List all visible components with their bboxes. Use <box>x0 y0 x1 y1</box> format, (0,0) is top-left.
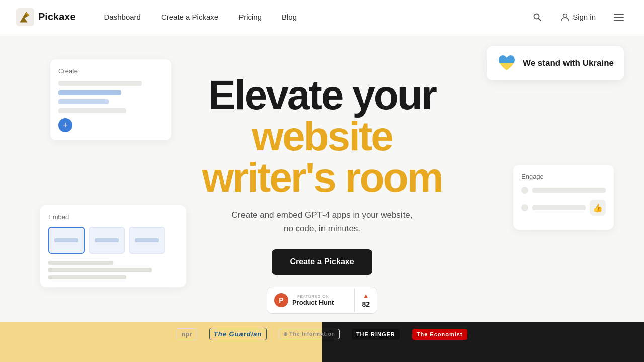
press-logo-ringer: THE RINGER <box>352 329 400 340</box>
embed-lines <box>48 261 178 279</box>
engage-card-label: Engage <box>521 173 606 180</box>
engage-row-1 <box>521 187 606 194</box>
hamburger-icon <box>614 13 624 21</box>
ph-arrow-icon: ▲ <box>363 292 369 299</box>
search-icon <box>533 13 542 22</box>
hamburger-button[interactable] <box>610 8 628 26</box>
nav-links: Dashboard Create a Pickaxe Pricing Blog <box>96 9 529 25</box>
engage-bar-2 <box>532 205 586 210</box>
card-line-2 <box>58 90 121 95</box>
create-card-label: Create <box>58 67 163 75</box>
embed-thumb-2[interactable] <box>89 227 125 254</box>
logo[interactable]: Pickaxe <box>16 8 76 26</box>
add-button[interactable]: + <box>58 118 72 132</box>
logo-text: Pickaxe <box>38 11 76 23</box>
embed-line-2 <box>48 268 152 272</box>
card-line-4 <box>58 108 126 113</box>
thumb-inner-3 <box>135 238 159 242</box>
ph-left: P FEATURED ON Product Hunt <box>267 288 355 312</box>
logo-icon <box>16 8 34 26</box>
nav-link-blog[interactable]: Blog <box>274 9 305 25</box>
hero-subtitle: Create and embed GPT-4 apps in your webs… <box>161 208 483 235</box>
thumb-inner-1 <box>54 238 78 242</box>
press-logo-information: ⊕ The Information <box>279 329 340 339</box>
user-icon <box>560 13 570 22</box>
embed-line-1 <box>48 261 113 265</box>
card-engage: Engage 👍 <box>513 165 614 230</box>
engage-bar-1 <box>532 188 606 193</box>
navbar: Pickaxe Dashboard Create a Pickaxe Prici… <box>0 0 644 34</box>
thumb-inner-2 <box>95 238 119 242</box>
press-logo-guardian: The Guardian <box>209 328 267 340</box>
card-line-1 <box>58 81 142 86</box>
nav-link-dashboard[interactable]: Dashboard <box>96 9 149 25</box>
search-button[interactable] <box>528 8 546 26</box>
sign-in-label: Sign in <box>573 13 596 21</box>
like-button[interactable]: 👍 <box>590 200 606 216</box>
embed-thumb-3[interactable] <box>129 227 165 254</box>
hero-title-line3: writer's room <box>161 157 483 198</box>
engage-row-2: 👍 <box>521 200 606 216</box>
card-line-3 <box>58 99 109 104</box>
ph-count: 82 <box>362 300 370 308</box>
nav-right: Sign in <box>528 8 628 26</box>
ph-featured-label: FEATURED ON <box>292 294 334 299</box>
embed-card-label: Embed <box>48 213 178 221</box>
press-logo-npr: npr <box>177 328 197 340</box>
cta-button[interactable]: Create a Pickaxe <box>272 249 372 275</box>
ph-right: ▲ 82 <box>355 287 377 313</box>
embed-thumb-1[interactable] <box>48 227 85 254</box>
ph-text: FEATURED ON Product Hunt <box>292 294 334 306</box>
product-hunt-badge[interactable]: P FEATURED ON Product Hunt ▲ 82 <box>267 287 377 314</box>
ukraine-text: We stand with Ukraine <box>523 58 614 68</box>
engage-dot-1 <box>521 187 528 194</box>
embed-line-3 <box>48 275 126 279</box>
press-logo-economist: The Economist <box>412 329 467 340</box>
hero-title-line1: Elevate your <box>161 74 483 116</box>
ukraine-heart-icon <box>497 53 517 73</box>
main-content: We stand with Ukraine Create + Embed <box>0 34 644 362</box>
sign-in-button[interactable]: Sign in <box>554 9 602 26</box>
press-logos: npr The Guardian ⊕ The Information THE R… <box>161 328 483 340</box>
hero-title-line2: website <box>161 116 483 157</box>
embed-thumbnails <box>48 227 178 254</box>
engage-dot-2 <box>521 204 528 211</box>
ph-name: Product Hunt <box>292 299 334 306</box>
hero-section: Elevate your website writer's room Creat… <box>161 74 483 340</box>
nav-link-create[interactable]: Create a Pickaxe <box>153 9 226 25</box>
nav-link-pricing[interactable]: Pricing <box>230 9 270 25</box>
card-create: Create + <box>50 59 171 140</box>
svg-point-2 <box>564 14 567 17</box>
ukraine-banner: We stand with Ukraine <box>487 46 624 80</box>
product-hunt-logo: P <box>274 293 288 307</box>
